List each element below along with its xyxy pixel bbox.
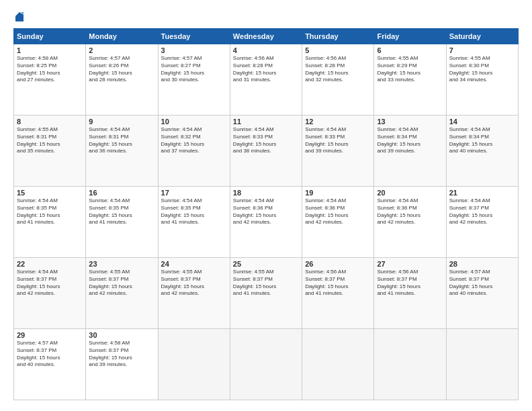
- calendar-week-row: 22Sunrise: 4:54 AM Sunset: 8:37 PM Dayli…: [14, 258, 519, 329]
- calendar-cell: 24Sunrise: 4:55 AM Sunset: 8:37 PM Dayli…: [158, 258, 230, 329]
- day-header-wednesday: Wednesday: [230, 29, 302, 44]
- calendar-table: SundayMondayTuesdayWednesdayThursdayFrid…: [13, 28, 519, 400]
- day-number: 15: [17, 189, 83, 197]
- calendar-cell: 28Sunrise: 4:57 AM Sunset: 8:37 PM Dayli…: [446, 258, 518, 329]
- day-info: Sunrise: 4:54 AM Sunset: 8:35 PM Dayligh…: [161, 197, 227, 226]
- day-info: Sunrise: 4:54 AM Sunset: 8:31 PM Dayligh…: [89, 126, 154, 155]
- calendar-cell: 8Sunrise: 4:55 AM Sunset: 8:31 PM Daylig…: [14, 116, 86, 187]
- day-info: Sunrise: 4:57 AM Sunset: 8:26 PM Dayligh…: [89, 55, 154, 84]
- day-info: Sunrise: 4:54 AM Sunset: 8:36 PM Dayligh…: [377, 197, 443, 226]
- day-info: Sunrise: 4:57 AM Sunset: 8:37 PM Dayligh…: [449, 269, 515, 298]
- day-header-sunday: Sunday: [14, 29, 86, 44]
- header: [13, 11, 519, 21]
- day-info: Sunrise: 4:54 AM Sunset: 8:34 PM Dayligh…: [377, 126, 443, 155]
- day-number: 22: [17, 260, 83, 268]
- day-header-friday: Friday: [374, 29, 446, 44]
- day-number: 18: [233, 189, 299, 197]
- calendar-cell: 17Sunrise: 4:54 AM Sunset: 8:35 PM Dayli…: [158, 187, 230, 258]
- day-number: 4: [233, 46, 299, 54]
- day-number: 17: [161, 189, 227, 197]
- day-info: Sunrise: 4:55 AM Sunset: 8:29 PM Dayligh…: [377, 55, 443, 84]
- day-number: 26: [305, 260, 371, 268]
- calendar-cell: 4Sunrise: 4:56 AM Sunset: 8:28 PM Daylig…: [230, 44, 302, 116]
- calendar-cell: 1Sunrise: 4:58 AM Sunset: 8:25 PM Daylig…: [14, 44, 86, 116]
- calendar-cell: 30Sunrise: 4:58 AM Sunset: 8:37 PM Dayli…: [86, 329, 158, 400]
- day-info: Sunrise: 4:54 AM Sunset: 8:33 PM Dayligh…: [233, 126, 299, 155]
- day-number: 24: [161, 260, 227, 268]
- day-number: 23: [89, 260, 154, 268]
- day-header-saturday: Saturday: [446, 29, 518, 44]
- calendar-cell: 20Sunrise: 4:54 AM Sunset: 8:36 PM Dayli…: [374, 187, 446, 258]
- day-number: 27: [377, 260, 443, 268]
- calendar-week-row: 1Sunrise: 4:58 AM Sunset: 8:25 PM Daylig…: [14, 44, 519, 116]
- calendar-cell: 3Sunrise: 4:57 AM Sunset: 8:27 PM Daylig…: [158, 44, 230, 116]
- day-info: Sunrise: 4:54 AM Sunset: 8:32 PM Dayligh…: [161, 126, 227, 155]
- calendar-cell: [374, 329, 446, 400]
- calendar-cell: [230, 329, 302, 400]
- day-info: Sunrise: 4:54 AM Sunset: 8:35 PM Dayligh…: [17, 197, 83, 226]
- day-number: 2: [89, 46, 154, 54]
- logo-icon: [14, 11, 25, 21]
- calendar-cell: 9Sunrise: 4:54 AM Sunset: 8:31 PM Daylig…: [86, 116, 158, 187]
- calendar-cell: 12Sunrise: 4:54 AM Sunset: 8:33 PM Dayli…: [302, 116, 374, 187]
- day-number: 16: [89, 189, 154, 197]
- day-info: Sunrise: 4:55 AM Sunset: 8:31 PM Dayligh…: [17, 126, 83, 155]
- calendar-cell: 23Sunrise: 4:55 AM Sunset: 8:37 PM Dayli…: [86, 258, 158, 329]
- calendar-cell: 16Sunrise: 4:54 AM Sunset: 8:35 PM Dayli…: [86, 187, 158, 258]
- day-info: Sunrise: 4:54 AM Sunset: 8:37 PM Dayligh…: [17, 269, 83, 298]
- day-info: Sunrise: 4:54 AM Sunset: 8:36 PM Dayligh…: [233, 197, 299, 226]
- calendar-week-row: 8Sunrise: 4:55 AM Sunset: 8:31 PM Daylig…: [14, 116, 519, 187]
- calendar-body: 1Sunrise: 4:58 AM Sunset: 8:25 PM Daylig…: [14, 44, 519, 400]
- calendar-cell: 18Sunrise: 4:54 AM Sunset: 8:36 PM Dayli…: [230, 187, 302, 258]
- calendar-cell: 7Sunrise: 4:55 AM Sunset: 8:30 PM Daylig…: [446, 44, 518, 116]
- page: SundayMondayTuesdayWednesdayThursdayFrid…: [0, 0, 532, 411]
- day-info: Sunrise: 4:56 AM Sunset: 8:28 PM Dayligh…: [233, 55, 299, 84]
- day-number: 21: [449, 189, 515, 197]
- calendar-cell: 14Sunrise: 4:54 AM Sunset: 8:34 PM Dayli…: [446, 116, 518, 187]
- day-info: Sunrise: 4:58 AM Sunset: 8:25 PM Dayligh…: [17, 55, 83, 84]
- calendar-week-row: 29Sunrise: 4:57 AM Sunset: 8:37 PM Dayli…: [14, 329, 519, 400]
- calendar-cell: 29Sunrise: 4:57 AM Sunset: 8:37 PM Dayli…: [14, 329, 86, 400]
- calendar-header-row: SundayMondayTuesdayWednesdayThursdayFrid…: [14, 29, 519, 44]
- day-number: 29: [17, 331, 83, 339]
- day-number: 13: [377, 118, 443, 126]
- day-info: Sunrise: 4:54 AM Sunset: 8:37 PM Dayligh…: [449, 197, 515, 226]
- logo: [13, 11, 26, 21]
- day-info: Sunrise: 4:54 AM Sunset: 8:33 PM Dayligh…: [305, 126, 371, 155]
- calendar-cell: 6Sunrise: 4:55 AM Sunset: 8:29 PM Daylig…: [374, 44, 446, 116]
- day-info: Sunrise: 4:55 AM Sunset: 8:37 PM Dayligh…: [233, 269, 299, 298]
- calendar-cell: 15Sunrise: 4:54 AM Sunset: 8:35 PM Dayli…: [14, 187, 86, 258]
- day-number: 11: [233, 118, 299, 126]
- day-info: Sunrise: 4:56 AM Sunset: 8:28 PM Dayligh…: [305, 55, 371, 84]
- day-info: Sunrise: 4:55 AM Sunset: 8:37 PM Dayligh…: [89, 269, 154, 298]
- calendar-cell: 5Sunrise: 4:56 AM Sunset: 8:28 PM Daylig…: [302, 44, 374, 116]
- day-number: 30: [89, 331, 154, 339]
- day-info: Sunrise: 4:54 AM Sunset: 8:34 PM Dayligh…: [449, 126, 515, 155]
- calendar-cell: 21Sunrise: 4:54 AM Sunset: 8:37 PM Dayli…: [446, 187, 518, 258]
- calendar-cell: 10Sunrise: 4:54 AM Sunset: 8:32 PM Dayli…: [158, 116, 230, 187]
- calendar-cell: 25Sunrise: 4:55 AM Sunset: 8:37 PM Dayli…: [230, 258, 302, 329]
- day-info: Sunrise: 4:55 AM Sunset: 8:30 PM Dayligh…: [449, 55, 515, 84]
- day-number: 8: [17, 118, 83, 126]
- day-info: Sunrise: 4:56 AM Sunset: 8:37 PM Dayligh…: [305, 269, 371, 298]
- day-header-thursday: Thursday: [302, 29, 374, 44]
- day-number: 12: [305, 118, 371, 126]
- calendar-cell: 26Sunrise: 4:56 AM Sunset: 8:37 PM Dayli…: [302, 258, 374, 329]
- day-number: 28: [449, 260, 515, 268]
- day-number: 19: [305, 189, 371, 197]
- day-info: Sunrise: 4:57 AM Sunset: 8:37 PM Dayligh…: [17, 340, 83, 369]
- calendar-week-row: 15Sunrise: 4:54 AM Sunset: 8:35 PM Dayli…: [14, 187, 519, 258]
- day-number: 25: [233, 260, 299, 268]
- calendar-cell: 19Sunrise: 4:54 AM Sunset: 8:36 PM Dayli…: [302, 187, 374, 258]
- calendar-cell: 22Sunrise: 4:54 AM Sunset: 8:37 PM Dayli…: [14, 258, 86, 329]
- calendar-cell: 11Sunrise: 4:54 AM Sunset: 8:33 PM Dayli…: [230, 116, 302, 187]
- day-info: Sunrise: 4:55 AM Sunset: 8:37 PM Dayligh…: [161, 269, 227, 298]
- calendar-cell: [302, 329, 374, 400]
- day-number: 3: [161, 46, 227, 54]
- day-info: Sunrise: 4:54 AM Sunset: 8:36 PM Dayligh…: [305, 197, 371, 226]
- day-info: Sunrise: 4:57 AM Sunset: 8:27 PM Dayligh…: [161, 55, 227, 84]
- calendar-cell: [446, 329, 518, 400]
- day-info: Sunrise: 4:54 AM Sunset: 8:35 PM Dayligh…: [89, 197, 154, 226]
- calendar-cell: 27Sunrise: 4:56 AM Sunset: 8:37 PM Dayli…: [374, 258, 446, 329]
- day-number: 10: [161, 118, 227, 126]
